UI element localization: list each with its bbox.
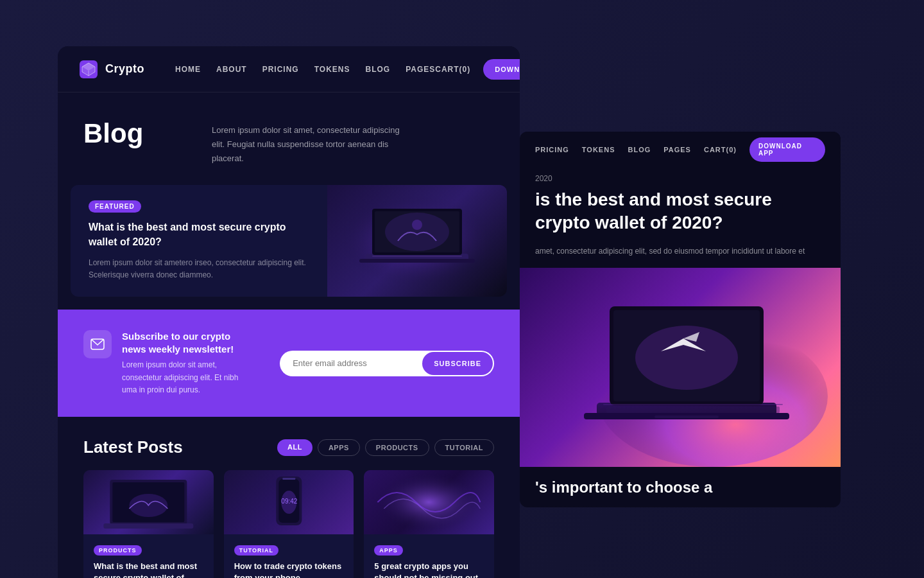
- nav-blog[interactable]: BLOG: [365, 65, 390, 74]
- right-cart-label[interactable]: CART(0): [704, 146, 737, 153]
- svg-rect-6: [359, 259, 475, 263]
- download-app-button[interactable]: DOWNLOAD APP: [483, 59, 520, 80]
- svg-rect-28: [603, 404, 783, 405]
- post-badge-2: TUTORIAL: [234, 545, 278, 556]
- posts-header: Latest Posts ALL APPS PRODUCTS TUTORIAL: [83, 437, 494, 457]
- hero-laptop-svg: [533, 268, 828, 467]
- nav-pages[interactable]: PAGES: [406, 65, 435, 74]
- article-hero-image: [520, 268, 841, 467]
- svg-rect-15: [103, 523, 193, 529]
- post-image-3: [364, 470, 494, 534]
- filter-apps[interactable]: APPS: [318, 439, 360, 456]
- logo-icon: [78, 59, 99, 80]
- nav-links: HOME ABOUT PRICING TOKENS BLOG PAGES: [175, 65, 435, 74]
- latest-posts-section: Latest Posts ALL APPS PRODUCTS TUTORIAL: [58, 417, 520, 578]
- right-nav-pages[interactable]: PAGES: [663, 146, 691, 153]
- post-card-3[interactable]: APPS 5 great crypto apps you should not …: [364, 470, 494, 578]
- right-nav-links: PRICING TOKENS BLOG PAGES: [535, 146, 691, 153]
- featured-post[interactable]: FEATURED What is the best and most secur…: [71, 185, 507, 297]
- nav-tokens[interactable]: TOKENS: [314, 65, 350, 74]
- blog-header: Blog Lorem ipsum dolor sit amet, consect…: [58, 92, 520, 185]
- posts-grid: PRODUCTS What is the best and most secur…: [83, 470, 494, 578]
- post-image-laptop: [83, 470, 214, 534]
- article-excerpt: amet, consectetur adipiscing elit, sed d…: [520, 245, 841, 268]
- post-card-content-1: PRODUCTS What is the best and most secur…: [83, 534, 214, 578]
- post-image-1: [83, 470, 214, 534]
- newsletter-form: SUBSCRIBE: [280, 351, 494, 376]
- featured-title: What is the best and most secure crypto …: [89, 220, 309, 249]
- post-title-1: What is the best and most secure crypto …: [94, 561, 203, 578]
- filter-products[interactable]: PRODUCTS: [365, 439, 429, 456]
- post-badge-1: PRODUCTS: [94, 545, 142, 556]
- bottom-article-text: 's important to choose a: [520, 467, 841, 507]
- cart-label[interactable]: CART(0): [435, 65, 470, 74]
- featured-badge: FEATURED: [89, 200, 141, 213]
- posts-title: Latest Posts: [83, 437, 183, 457]
- newsletter-texts: Subscribe to our crypto news weekly news…: [122, 330, 254, 396]
- right-nav-pricing[interactable]: PRICING: [535, 146, 569, 153]
- newsletter-section: Subscribe to our crypto news weekly news…: [58, 310, 520, 417]
- post-badge-3: APPS: [374, 545, 403, 556]
- post-title-3: 5 great crypto apps you should not be mi…: [374, 561, 484, 578]
- article-title: is the best and most secure crypto walle…: [520, 183, 841, 245]
- svg-point-10: [385, 213, 449, 251]
- subscribe-button[interactable]: SUBSCRIBE: [422, 352, 493, 375]
- filter-all[interactable]: ALL: [277, 439, 312, 456]
- post-card-content-2: TUTORIAL How to trade crypto tokens from…: [224, 534, 354, 578]
- right-card: PRICING TOKENS BLOG PAGES CART(0) DOWNLO…: [520, 132, 841, 507]
- svg-rect-30: [654, 416, 719, 418]
- newsletter-left: Subscribe to our crypto news weekly news…: [83, 330, 254, 396]
- filter-tutorial[interactable]: TUTORIAL: [434, 439, 494, 456]
- newsletter-desc: Lorem ipsum dolor sit amet, consectetur …: [122, 359, 254, 396]
- right-nav-tokens[interactable]: TOKENS: [582, 146, 615, 153]
- post-image-phone: 09:42: [224, 470, 354, 534]
- right-nav-blog[interactable]: BLOG: [628, 146, 651, 153]
- post-title-2: How to trade crypto tokens from your pho…: [234, 561, 344, 578]
- svg-point-11: [412, 220, 422, 230]
- right-navbar: PRICING TOKENS BLOG PAGES CART(0) DOWNLO…: [520, 132, 841, 168]
- post-card-content-3: APPS 5 great crypto apps you should not …: [364, 534, 494, 578]
- featured-image: [327, 185, 507, 297]
- svg-text:09:42: 09:42: [281, 498, 297, 505]
- blog-title: Blog: [83, 118, 186, 149]
- navbar: Crypto HOME ABOUT PRICING TOKENS BLOG PA…: [58, 46, 520, 92]
- post-image-2: 09:42: [224, 470, 354, 534]
- post-card-2[interactable]: 09:42 TUTORIAL How to trade crypto token…: [224, 470, 354, 578]
- featured-excerpt: Lorem ipsum dolor sit ametero irseo, con…: [89, 257, 309, 281]
- nav-about[interactable]: ABOUT: [216, 65, 247, 74]
- logo-area: Crypto: [78, 59, 144, 80]
- email-icon-wrap: [83, 330, 112, 358]
- article-date: 2020: [520, 168, 841, 183]
- right-download-button[interactable]: DOWNLOAD APP: [749, 137, 825, 162]
- main-card: Crypto HOME ABOUT PRICING TOKENS BLOG PA…: [58, 46, 520, 578]
- email-input[interactable]: [280, 351, 421, 376]
- logo-text: Crypto: [105, 62, 144, 76]
- newsletter-title: Subscribe to our crypto news weekly news…: [122, 330, 254, 355]
- nav-home[interactable]: HOME: [175, 65, 201, 74]
- svg-point-31: [635, 326, 738, 390]
- post-image-waves: [364, 470, 494, 534]
- email-icon: [90, 338, 105, 350]
- post-card-1[interactable]: PRODUCTS What is the best and most secur…: [83, 470, 214, 578]
- nav-pricing[interactable]: PRICING: [262, 65, 299, 74]
- svg-rect-29: [606, 407, 780, 413]
- nav-actions: CART(0) DOWNLOAD APP: [435, 59, 520, 80]
- svg-rect-19: [282, 478, 295, 480]
- svg-rect-9: [372, 256, 462, 257]
- filter-tabs: ALL APPS PRODUCTS TUTORIAL: [277, 439, 494, 456]
- blog-description: Lorem ipsum dolor sit amet, consectetur …: [212, 118, 404, 166]
- featured-content: FEATURED What is the best and most secur…: [71, 185, 327, 297]
- laptop-illustration: [334, 189, 501, 292]
